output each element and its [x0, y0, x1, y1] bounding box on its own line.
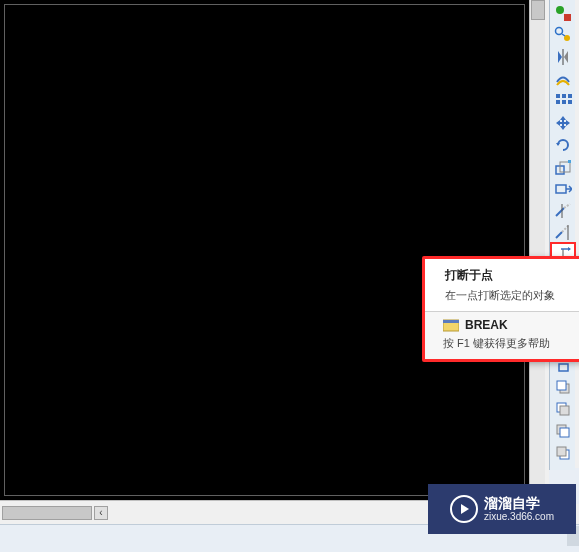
svg-rect-10 [568, 100, 572, 104]
scale-icon[interactable] [552, 156, 574, 178]
svg-point-0 [556, 6, 564, 14]
svg-rect-8 [556, 100, 560, 104]
svg-rect-30 [560, 428, 569, 437]
watermark-overlay: 溜溜自学 zixue.3d66.com [428, 484, 576, 534]
command-icon [443, 318, 459, 332]
svg-rect-12 [560, 162, 570, 172]
svg-rect-31 [560, 450, 569, 459]
rotate-icon[interactable] [552, 134, 574, 156]
svg-rect-25 [560, 384, 569, 393]
stretch-icon[interactable] [552, 178, 574, 200]
svg-rect-28 [560, 406, 569, 415]
svg-point-2 [555, 28, 562, 35]
svg-rect-11 [556, 166, 564, 174]
svg-rect-32 [557, 447, 566, 456]
watermark-sub: zixue.3d66.com [484, 511, 554, 523]
tooltip-description: 在一点打断选定的对象 [445, 288, 567, 303]
drawing-viewport[interactable] [0, 0, 529, 500]
watermark-text: 溜溜自学 zixue.3d66.com [484, 495, 554, 524]
tooltip-header: 打断于点 在一点打断选定的对象 [425, 259, 579, 311]
trim-icon[interactable] [552, 200, 574, 222]
svg-rect-26 [557, 381, 566, 390]
svg-rect-9 [562, 100, 566, 104]
extend-icon[interactable] [552, 222, 574, 244]
scroll-left-arrow[interactable]: ‹ [94, 506, 108, 520]
array-icon[interactable] [552, 90, 574, 112]
svg-rect-27 [557, 403, 566, 412]
tooltip-help-text: 按 F1 键获得更多帮助 [443, 336, 567, 351]
modify-toolbar [549, 0, 575, 470]
copy-back-icon[interactable] [552, 398, 574, 420]
viewport-inner-border [4, 4, 525, 496]
tooltip-command-row: BREAK [443, 318, 567, 332]
tooltip-command: BREAK [465, 318, 508, 332]
offset-icon[interactable] [552, 68, 574, 90]
vertical-scrollbar[interactable] [529, 0, 545, 500]
mirror-icon[interactable] [552, 46, 574, 68]
watermark-main: 溜溜自学 [484, 495, 554, 512]
svg-point-3 [564, 35, 570, 41]
svg-rect-34 [443, 320, 459, 323]
tooltip-footer: BREAK 按 F1 键获得更多帮助 [425, 312, 579, 359]
svg-rect-5 [556, 94, 560, 98]
svg-rect-6 [562, 94, 566, 98]
copy-front-icon[interactable] [552, 376, 574, 398]
tooltip-popup: 打断于点 在一点打断选定的对象 BREAK 按 F1 键获得更多帮助 [422, 256, 579, 362]
svg-rect-29 [557, 425, 566, 434]
svg-rect-1 [564, 14, 571, 21]
horizontal-scroll-thumb[interactable] [2, 506, 92, 520]
watermark-logo-icon [450, 495, 478, 523]
properties-icon[interactable] [552, 2, 574, 24]
svg-rect-7 [568, 94, 572, 98]
tooltip-title: 打断于点 [445, 267, 567, 284]
svg-rect-13 [568, 160, 571, 163]
move-icon[interactable] [552, 112, 574, 134]
front-icon[interactable] [552, 442, 574, 464]
svg-rect-24 [559, 364, 568, 371]
match-props-icon[interactable] [552, 24, 574, 46]
svg-rect-14 [556, 185, 566, 193]
under-icon[interactable] [552, 420, 574, 442]
vertical-scroll-thumb[interactable] [531, 0, 545, 20]
